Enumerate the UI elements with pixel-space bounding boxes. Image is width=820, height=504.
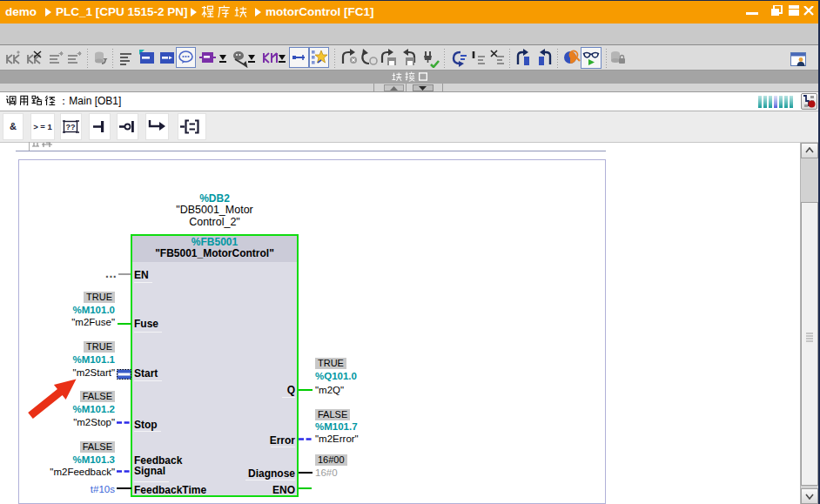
svg-text:??: ?? bbox=[66, 123, 76, 131]
